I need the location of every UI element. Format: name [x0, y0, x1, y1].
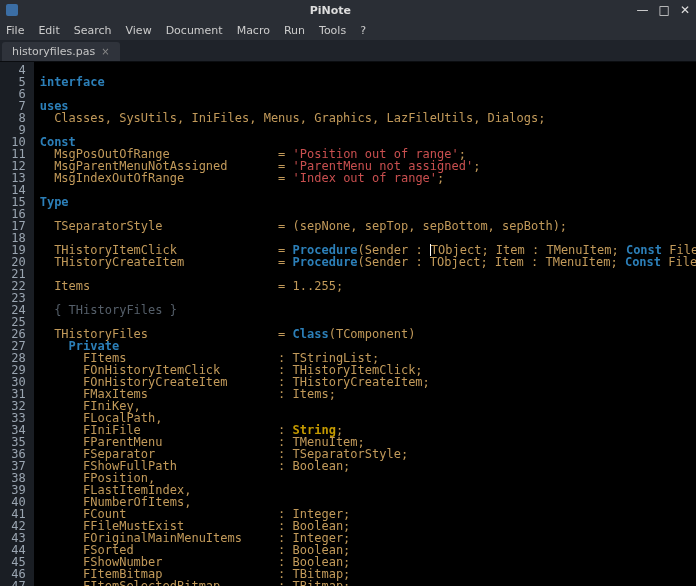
- tab-close-icon[interactable]: ×: [101, 46, 109, 57]
- menu-file[interactable]: File: [6, 24, 24, 37]
- editor[interactable]: 4 5 6 7 8 9 10 11 12 13 14 15 16 17 18 1…: [0, 62, 696, 586]
- window-title: PiNote: [24, 4, 637, 17]
- minimize-button[interactable]: —: [637, 3, 649, 17]
- maximize-button[interactable]: □: [659, 3, 670, 17]
- titlebar: PiNote — □ ✕: [0, 0, 696, 20]
- code-area[interactable]: interface uses Classes, SysUtils, IniFil…: [34, 62, 696, 586]
- menu-run[interactable]: Run: [284, 24, 305, 37]
- menubar: File Edit Search View Document Macro Run…: [0, 20, 696, 40]
- tab-label: historyfiles.pas: [12, 45, 95, 58]
- menu-edit[interactable]: Edit: [38, 24, 59, 37]
- menu-macro[interactable]: Macro: [237, 24, 270, 37]
- menu-document[interactable]: Document: [166, 24, 223, 37]
- menu-search[interactable]: Search: [74, 24, 112, 37]
- menu-tools[interactable]: Tools: [319, 24, 346, 37]
- menu-help[interactable]: ?: [360, 24, 366, 37]
- menu-view[interactable]: View: [126, 24, 152, 37]
- close-button[interactable]: ✕: [680, 3, 690, 17]
- window-controls: — □ ✕: [637, 3, 690, 17]
- line-number-gutter: 4 5 6 7 8 9 10 11 12 13 14 15 16 17 18 1…: [0, 62, 34, 586]
- app-icon: [6, 4, 18, 16]
- tab-historyfiles[interactable]: historyfiles.pas ×: [2, 42, 120, 61]
- tabbar: historyfiles.pas ×: [0, 40, 696, 62]
